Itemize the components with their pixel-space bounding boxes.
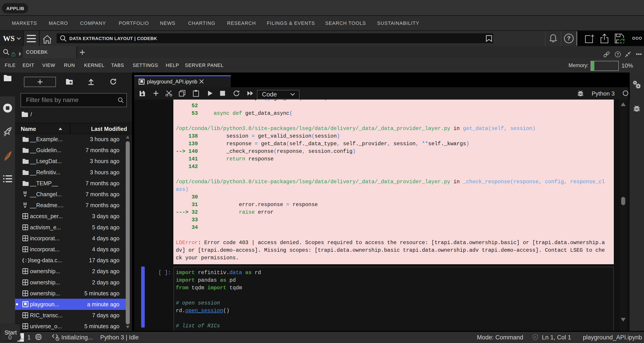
svg-text:M: M [23,202,27,206]
svg-text:M: M [23,191,27,195]
svg-text:{:}: {:} [22,258,30,263]
svg-text:?: ? [617,52,619,56]
svg-text:?: ? [567,35,570,42]
